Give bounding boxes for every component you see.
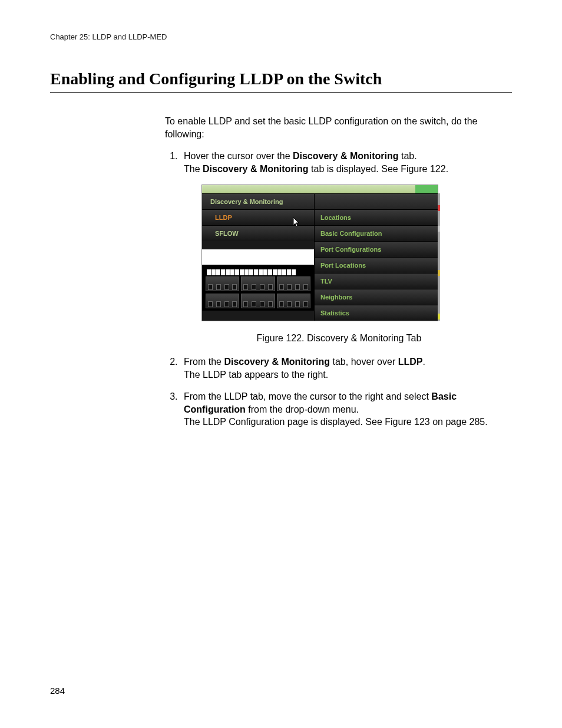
port-row-1 xyxy=(204,275,312,292)
step-1-sub-bold: Discovery & Monitoring xyxy=(203,164,309,174)
step-2: From the Discovery & Monitoring tab, hov… xyxy=(180,355,512,381)
menu-header[interactable]: Discovery & Monitoring xyxy=(202,193,314,209)
step-1-sub: The Discovery & Monitoring tab is displa… xyxy=(184,163,512,176)
submenu-port-configurations[interactable]: Port Configurations xyxy=(315,241,438,257)
submenu-port-locations[interactable]: Port Locations xyxy=(315,257,438,273)
intro-paragraph: To enable LLDP and set the basic LLDP co… xyxy=(165,115,512,140)
submenu-locations[interactable]: Locations xyxy=(315,209,438,225)
step-1-text-c: tab. xyxy=(399,151,417,161)
step-2-bold-1: Discovery & Monitoring xyxy=(224,357,330,367)
figure-122: Discovery & Monitoring LLDP SFLOW Locati… xyxy=(201,185,512,321)
menu-item-lldp[interactable]: LLDP xyxy=(202,209,314,225)
step-3-text-c: from the drop-down menu. xyxy=(246,404,359,414)
ports-panel xyxy=(202,249,314,311)
submenu-neighbors[interactable]: Neighbors xyxy=(315,289,438,305)
step-3-text-a: From the LLDP tab, move the cursor to th… xyxy=(184,391,431,401)
screenshot: Discovery & Monitoring LLDP SFLOW Locati… xyxy=(201,185,438,321)
step-2-text-e: . xyxy=(422,357,425,367)
submenu-basic-configuration[interactable]: Basic Configuration xyxy=(315,225,438,241)
page-number: 284 xyxy=(50,686,65,696)
step-2-bold-2: LLDP xyxy=(398,357,423,367)
right-submenu: Locations Basic Configuration Port Confi… xyxy=(315,193,438,321)
step-1-text-a: Hover the cursor over the xyxy=(184,151,293,161)
step-3: From the LLDP tab, move the cursor to th… xyxy=(180,390,512,429)
submenu-statistics[interactable]: Statistics xyxy=(315,305,438,321)
figure-caption: Figure 122. Discovery & Monitoring Tab xyxy=(166,332,512,345)
step-2-text-a: From the xyxy=(184,357,224,367)
step-2-sub: The LLDP tab appears to the right. xyxy=(184,368,512,381)
shot-topbar xyxy=(202,185,438,193)
port-ticks xyxy=(204,267,312,275)
step-3-sub: The LLDP Configuration page is displayed… xyxy=(184,416,512,429)
step-1-bold: Discovery & Monitoring xyxy=(293,151,399,161)
chapter-header: Chapter 25: LLDP and LLDP-MED xyxy=(50,32,512,41)
step-2-text-c: tab, hover over xyxy=(330,357,398,367)
port-row-2 xyxy=(204,292,312,309)
submenu-tlv[interactable]: TLV xyxy=(315,273,438,289)
menu-item-sflow[interactable]: SFLOW xyxy=(202,225,314,241)
step-1: Hover the cursor over the Discovery & Mo… xyxy=(180,150,512,345)
step-1-sub-c: tab is displayed. See Figure 122. xyxy=(309,164,448,174)
step-1-sub-a: The xyxy=(184,164,203,174)
section-title: Enabling and Configuring LLDP on the Swi… xyxy=(50,70,512,93)
